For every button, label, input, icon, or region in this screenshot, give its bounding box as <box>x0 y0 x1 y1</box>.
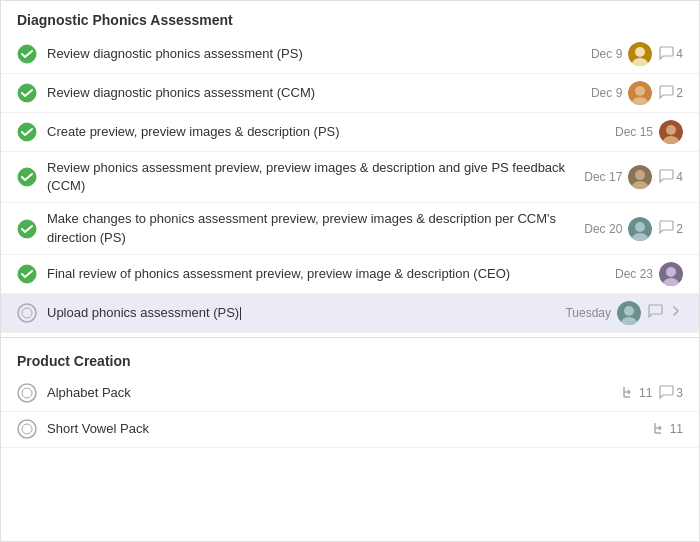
text-cursor <box>240 307 241 320</box>
task-item[interactable]: Make changes to phonics assessment previ… <box>1 203 699 254</box>
task-meta: Tuesday <box>565 301 683 325</box>
check-completed-icon[interactable] <box>17 264 37 284</box>
page-container: Diagnostic Phonics Assessment Review dia… <box>0 0 700 542</box>
task-date: Dec 20 <box>580 222 622 236</box>
task-label: Review phonics assessment preview, previ… <box>47 159 572 195</box>
svg-point-30 <box>22 388 32 398</box>
section-title-diagnostic-phonics: Diagnostic Phonics Assessment <box>1 1 699 35</box>
check-inprogress-icon[interactable] <box>17 419 37 439</box>
task-label: Create preview, preview images & descrip… <box>47 123 603 141</box>
comment-icon <box>658 168 674 187</box>
comment-count[interactable]: 2 <box>658 84 683 103</box>
comment-icon <box>658 84 674 103</box>
task-date: Dec 23 <box>611 267 653 281</box>
svg-point-18 <box>635 222 645 232</box>
task-date: Dec 17 <box>580 170 622 184</box>
comment-number: 4 <box>676 47 683 61</box>
comment-count[interactable]: 3 <box>658 384 683 403</box>
check-inprogress-icon[interactable] <box>17 383 37 403</box>
task-date: Dec 15 <box>611 125 653 139</box>
svg-point-24 <box>18 304 36 322</box>
task-item[interactable]: Alphabet Pack 11 3 <box>1 376 699 412</box>
check-completed-icon[interactable] <box>17 122 37 142</box>
task-label: Alphabet Pack <box>47 384 613 402</box>
section-heading: Product Creation <box>17 353 131 369</box>
section-heading: Diagnostic Phonics Assessment <box>17 12 233 28</box>
comment-count[interactable] <box>647 303 663 322</box>
task-meta: Dec 15 <box>611 120 683 144</box>
comment-number: 4 <box>676 170 683 184</box>
task-meta: Dec 9 4 <box>580 42 683 66</box>
task-item[interactable]: Create preview, preview images & descrip… <box>1 113 699 152</box>
task-item[interactable]: Upload phonics assessment (PS)Tuesday <box>1 294 699 333</box>
task-label: Upload phonics assessment (PS) <box>47 304 557 322</box>
task-item[interactable]: Review phonics assessment preview, previ… <box>1 152 699 203</box>
comment-number: 2 <box>676 86 683 100</box>
task-item[interactable]: Review diagnostic phonics assessment (CC… <box>1 74 699 113</box>
svg-point-2 <box>635 47 645 57</box>
avatar <box>659 120 683 144</box>
task-meta: Dec 17 4 <box>580 165 683 189</box>
check-inprogress-icon[interactable] <box>17 303 37 323</box>
task-label: Make changes to phonics assessment previ… <box>47 210 572 246</box>
comment-icon <box>658 45 674 64</box>
task-label: Final review of phonics assessment previ… <box>47 265 603 283</box>
svg-point-25 <box>22 308 32 318</box>
check-completed-icon[interactable] <box>17 219 37 239</box>
check-completed-icon[interactable] <box>17 83 37 103</box>
avatar <box>628 217 652 241</box>
comment-icon <box>658 219 674 238</box>
svg-point-14 <box>635 170 645 180</box>
subtask-number: 11 <box>670 422 683 436</box>
avatar <box>628 42 652 66</box>
task-list-diagnostic-phonics: Review diagnostic phonics assessment (PS… <box>1 35 699 333</box>
subtask-count: 11 <box>621 384 652 403</box>
task-meta: Dec 23 <box>611 262 683 286</box>
task-label: Review diagnostic phonics assessment (PS… <box>47 45 572 63</box>
svg-point-22 <box>666 267 676 277</box>
task-item[interactable]: Review diagnostic phonics assessment (PS… <box>1 35 699 74</box>
svg-point-34 <box>18 420 36 438</box>
subtask-icon <box>621 384 637 403</box>
task-meta: Dec 20 2 <box>580 217 683 241</box>
task-meta: 11 <box>652 420 683 439</box>
task-label: Short Vowel Pack <box>47 420 644 438</box>
svg-point-6 <box>635 86 645 96</box>
svg-point-35 <box>22 424 32 434</box>
comment-number: 3 <box>676 386 683 400</box>
avatar <box>659 262 683 286</box>
check-completed-icon[interactable] <box>17 167 37 187</box>
chevron-right-icon[interactable] <box>669 304 683 322</box>
task-meta: 11 3 <box>621 384 683 403</box>
section-title-product-creation: Product Creation <box>1 342 699 376</box>
subtask-icon <box>652 420 668 439</box>
check-completed-icon[interactable] <box>17 44 37 64</box>
comment-icon <box>658 384 674 403</box>
comment-count[interactable]: 2 <box>658 219 683 238</box>
avatar <box>628 165 652 189</box>
task-date: Dec 9 <box>580 86 622 100</box>
task-item[interactable]: Final review of phonics assessment previ… <box>1 255 699 294</box>
svg-point-27 <box>624 306 634 316</box>
comment-count[interactable]: 4 <box>658 45 683 64</box>
subtask-number: 11 <box>639 386 652 400</box>
task-item[interactable]: Short Vowel Pack 11 <box>1 412 699 448</box>
comment-icon <box>647 303 663 322</box>
avatar <box>628 81 652 105</box>
svg-point-10 <box>666 125 676 135</box>
section-divider <box>1 337 699 338</box>
comment-number: 2 <box>676 222 683 236</box>
task-date: Dec 9 <box>580 47 622 61</box>
subtask-count: 11 <box>652 420 683 439</box>
task-meta: Dec 9 2 <box>580 81 683 105</box>
task-list-product-creation: Alphabet Pack 11 3 Short Vowel Pack 11 <box>1 376 699 448</box>
task-date: Tuesday <box>565 306 611 320</box>
comment-count[interactable]: 4 <box>658 168 683 187</box>
svg-point-29 <box>18 384 36 402</box>
task-label: Review diagnostic phonics assessment (CC… <box>47 84 572 102</box>
avatar <box>617 301 641 325</box>
